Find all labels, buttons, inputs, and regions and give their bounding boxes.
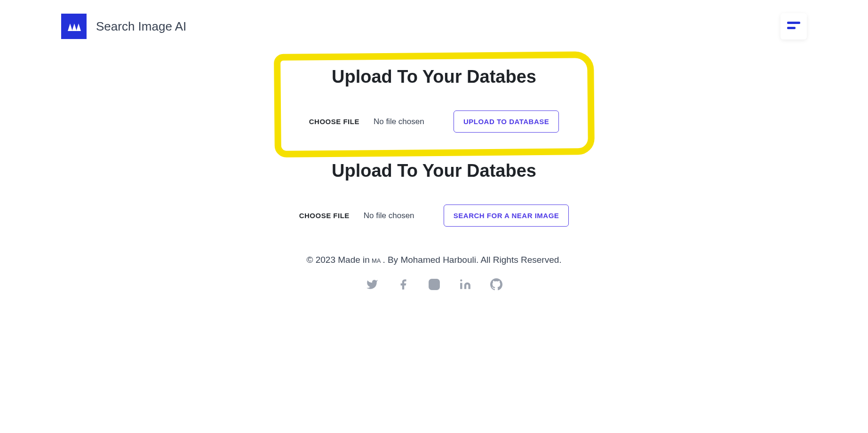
footer-country: MA [372,257,381,264]
svg-point-5 [460,279,462,281]
instagram-icon[interactable] [428,278,440,291]
choose-file-label-2[interactable]: CHOOSE FILE [299,212,350,220]
file-status-2: No file chosen [364,211,430,220]
choose-file-label-1[interactable]: CHOOSE FILE [309,118,359,126]
logo-icon[interactable] [61,14,87,39]
footer: © 2023 Made in MA . By Mohamed Harbouli.… [306,255,561,291]
linkedin-icon[interactable] [459,278,471,291]
search-near-image-button[interactable]: SEARCH FOR A NEAR IMAGE [444,205,569,227]
app-title: Search Image AI [96,19,186,34]
upload-to-database-button[interactable]: UPLOAD TO DATABASE [454,110,559,133]
brand-container: Search Image AI [61,14,186,39]
facebook-icon[interactable] [397,278,409,291]
search-file-row: CHOOSE FILE No file chosen SEARCH FOR A … [288,205,580,227]
svg-rect-0 [787,22,800,24]
footer-prefix: © 2023 Made in [306,255,369,265]
svg-rect-1 [787,27,796,29]
footer-suffix: . By Mohamed Harbouli. All Rights Reserv… [382,255,561,265]
app-header: Search Image AI [0,0,868,53]
menu-button[interactable] [780,13,807,39]
social-links [366,278,502,291]
file-status-1: No file chosen [374,117,439,126]
footer-copyright: © 2023 Made in MA . By Mohamed Harbouli.… [306,255,561,265]
search-section: Upload To Your Databes CHOOSE FILE No fi… [288,161,580,250]
search-section-title: Upload To Your Databes [332,161,536,181]
upload-db-section: Upload To Your Databes CHOOSE FILE No fi… [293,53,575,156]
menu-icon [787,21,800,32]
svg-rect-4 [460,283,462,289]
upload-db-file-row: CHOOSE FILE No file chosen UPLOAD TO DAT… [293,110,575,133]
upload-db-title: Upload To Your Databes [332,67,536,87]
twitter-icon[interactable] [366,278,378,291]
github-icon[interactable] [490,278,502,291]
main-content: Upload To Your Databes CHOOSE FILE No fi… [0,53,868,291]
